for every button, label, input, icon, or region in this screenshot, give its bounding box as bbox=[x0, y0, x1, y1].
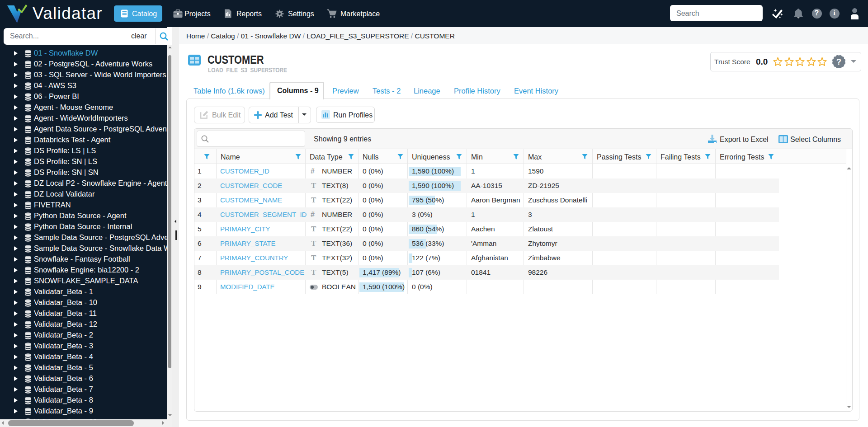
svg-text:?: ? bbox=[836, 57, 841, 66]
